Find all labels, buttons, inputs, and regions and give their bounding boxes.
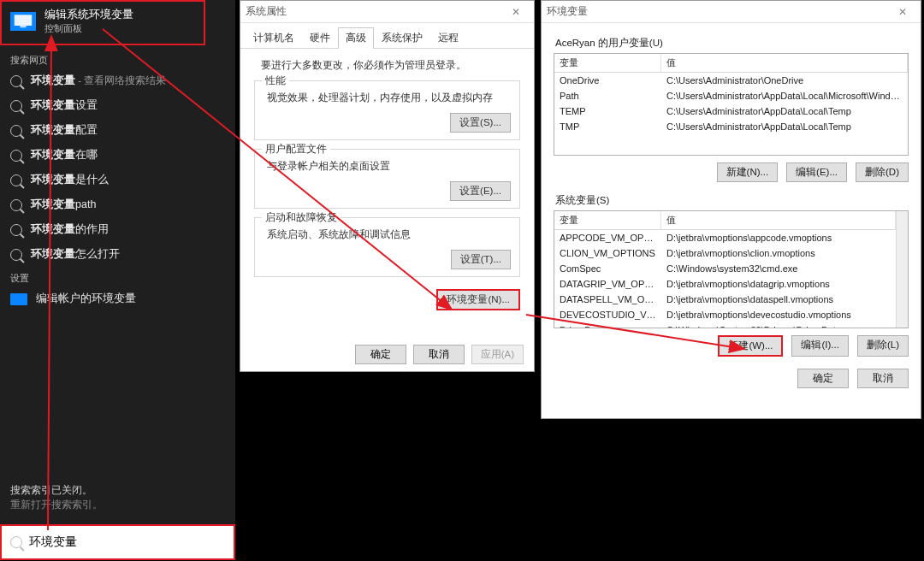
cell-var: TEMP: [554, 103, 661, 119]
tab-1[interactable]: 硬件: [302, 27, 338, 49]
top-result-title: 编辑系统环境变量: [44, 7, 133, 22]
tab-3[interactable]: 系统保护: [374, 27, 430, 49]
user-vars-label: AceRyan 的用户变量(U): [555, 37, 909, 50]
table-row[interactable]: DATAGRIP_VM_OPTIONSD:\jetbra\vmoptions\d…: [554, 276, 896, 292]
windows-search-panel: 编辑系统环境变量 控制面板 搜索网页 环境变量 - 查看网络搜索结果环境变量设置…: [0, 0, 235, 560]
cancel-button[interactable]: 取消: [857, 369, 909, 388]
close-icon[interactable]: ✕: [890, 6, 915, 18]
col-variable[interactable]: 变量: [554, 211, 661, 229]
env-vars-title: 环境变量: [547, 5, 588, 18]
env-vars-button[interactable]: 环境变量(N)...: [436, 289, 520, 310]
index-off-text: 搜索索引已关闭。: [10, 483, 225, 498]
search-suggestion[interactable]: 环境变量配置: [0, 118, 235, 143]
search-icon: [10, 125, 22, 137]
profile-settings-button[interactable]: 设置(E)...: [450, 181, 511, 201]
search-icon: [10, 249, 22, 261]
env-vars-titlebar[interactable]: 环境变量 ✕: [542, 1, 921, 23]
sys-vars-rows[interactable]: APPCODE_VM_OPTIONSD:\jetbra\vmoptions\ap…: [554, 230, 896, 328]
user-delete-button[interactable]: 删除(D): [856, 162, 909, 182]
search-icon: [10, 75, 22, 87]
cancel-button[interactable]: 取消: [413, 345, 465, 364]
cell-var: DATASPELL_VM_OPTIONS: [554, 292, 661, 307]
table-row[interactable]: OneDriveC:\Users\Administrator\OneDrive: [554, 73, 908, 88]
table-row[interactable]: DriverDataC:\Windows\System32\Drivers\Dr…: [554, 322, 896, 328]
sys-vars-label: 系统变量(S): [555, 194, 909, 207]
cell-val: D:\jetbra\vmoptions\appcode.vmoptions: [661, 230, 896, 245]
table-row[interactable]: PathC:\Users\Administrator\AppData\Local…: [554, 88, 908, 103]
sys-edit-button[interactable]: 编辑(I)...: [791, 335, 848, 357]
close-icon[interactable]: ✕: [503, 6, 529, 18]
top-result-text: 编辑系统环境变量 控制面板: [44, 7, 133, 35]
search-icon: [10, 174, 22, 186]
table-header: 变量 值: [554, 211, 896, 230]
search-suggestion[interactable]: 环境变量的作用: [0, 217, 235, 242]
sys-delete-button[interactable]: 删除(L): [857, 335, 909, 357]
search-icon: [10, 224, 22, 236]
user-edit-button[interactable]: 编辑(E)...: [786, 162, 847, 182]
user-vars-rows[interactable]: OneDriveC:\Users\Administrator\OneDriveP…: [554, 73, 908, 134]
monitor-small-icon: [10, 293, 27, 305]
env-vars-footer: 确定 取消: [554, 369, 909, 388]
suggestion-label: 环境变量的作用: [31, 222, 109, 237]
search-suggestion[interactable]: 环境变量设置: [0, 93, 235, 118]
ok-button[interactable]: 确定: [355, 345, 406, 364]
sys-vars-table[interactable]: 变量 值 APPCODE_VM_OPTIONSD:\jetbra\vmoptio…: [554, 210, 909, 328]
user-vars-buttons: 新建(N)... 编辑(E)... 删除(D): [554, 162, 909, 182]
col-value[interactable]: 值: [661, 54, 908, 72]
search-suggestion[interactable]: 环境变量怎么打开: [0, 242, 235, 267]
col-variable[interactable]: 变量: [554, 54, 661, 72]
sys-props-body: 要进行大多数更改，你必须作为管理员登录。 性能 视觉效果，处理器计划，内存使用，…: [240, 49, 534, 324]
table-row[interactable]: DEVECOSTUDIO_VM_OPT...D:\jetbra\vmoption…: [554, 307, 896, 322]
table-row[interactable]: DATASPELL_VM_OPTIONSD:\jetbra\vmoptions\…: [554, 292, 896, 307]
cell-val: C:\Windows\System32\Drivers\DriverData: [661, 322, 896, 328]
tab-4[interactable]: 远程: [430, 27, 466, 49]
env-vars-dialog: 环境变量 ✕ AceRyan 的用户变量(U) 变量 值 OneDriveC:\…: [541, 0, 921, 419]
perf-desc: 视觉效果，处理器计划，内存使用，以及虚拟内存: [267, 92, 511, 104]
search-suggestion[interactable]: 环境变量在哪: [0, 143, 235, 168]
sys-new-button[interactable]: 新建(W)...: [718, 335, 783, 357]
perf-legend: 性能: [262, 74, 289, 87]
table-row[interactable]: APPCODE_VM_OPTIONSD:\jetbra\vmoptions\ap…: [554, 230, 896, 245]
search-icon: [10, 150, 22, 162]
admin-note: 要进行大多数更改，你必须作为管理员登录。: [261, 59, 520, 72]
user-new-button[interactable]: 新建(N)...: [717, 162, 779, 182]
scrollbar[interactable]: [896, 211, 908, 328]
search-suggestion[interactable]: 环境变量 - 查看网络搜索结果: [0, 68, 235, 93]
cell-val: D:\jetbra\vmoptions\clion.vmoptions: [661, 245, 896, 261]
search-box[interactable]: [0, 524, 235, 560]
sys-vars-buttons: 新建(W)... 编辑(I)... 删除(L): [554, 335, 909, 357]
table-row[interactable]: ComSpecC:\Windows\system32\cmd.exe: [554, 261, 896, 276]
section-settings-label: 设置: [0, 267, 235, 286]
cell-val: D:\jetbra\vmoptions\dataspell.vmoptions: [661, 292, 896, 307]
sys-props-title: 系统属性: [246, 5, 287, 18]
startup-settings-button[interactable]: 设置(T)...: [451, 250, 511, 269]
search-suggestion[interactable]: 环境变量path: [0, 192, 235, 217]
index-status: 搜索索引已关闭。 重新打开搜索索引。: [0, 476, 235, 520]
apply-button: 应用(A): [471, 345, 524, 364]
col-value[interactable]: 值: [661, 211, 896, 229]
tab-2[interactable]: 高级: [338, 27, 374, 49]
search-icon: [10, 100, 22, 112]
suggestion-label: 环境变量path: [31, 198, 96, 212]
cell-val: C:\Users\Administrator\AppData\Local\Mic…: [661, 88, 908, 103]
index-reopen-link[interactable]: 重新打开搜索索引。: [10, 498, 225, 512]
tab-0[interactable]: 计算机名: [246, 27, 302, 49]
cell-val: C:\Users\Administrator\AppData\Local\Tem…: [661, 119, 908, 134]
settings-item-env-account[interactable]: 编辑帐户的环境变量: [0, 286, 235, 311]
table-row[interactable]: CLION_VM_OPTIONSD:\jetbra\vmoptions\clio…: [554, 245, 896, 261]
perf-settings-button[interactable]: 设置(S)...: [450, 113, 511, 133]
suggestion-label: 环境变量是什么: [31, 173, 109, 187]
user-vars-table[interactable]: 变量 值 OneDriveC:\Users\Administrator\OneD…: [554, 53, 909, 156]
ok-button[interactable]: 确定: [797, 369, 849, 388]
table-row[interactable]: TEMPC:\Users\Administrator\AppData\Local…: [554, 103, 908, 119]
startup-desc: 系统启动、系统故障和调试信息: [267, 228, 511, 241]
table-row[interactable]: TMPC:\Users\Administrator\AppData\Local\…: [554, 119, 908, 134]
suggestion-label: 环境变量设置: [31, 98, 98, 113]
settings-suggestions: 编辑帐户的环境变量: [0, 286, 235, 311]
search-suggestion[interactable]: 环境变量是什么: [0, 168, 235, 192]
search-top-result[interactable]: 编辑系统环境变量 控制面板: [0, 0, 205, 45]
profile-desc: 与登录帐户相关的桌面设置: [267, 160, 511, 173]
top-result-subtitle: 控制面板: [44, 22, 133, 35]
search-input[interactable]: [29, 535, 225, 549]
sys-props-titlebar[interactable]: 系统属性 ✕: [240, 1, 534, 23]
